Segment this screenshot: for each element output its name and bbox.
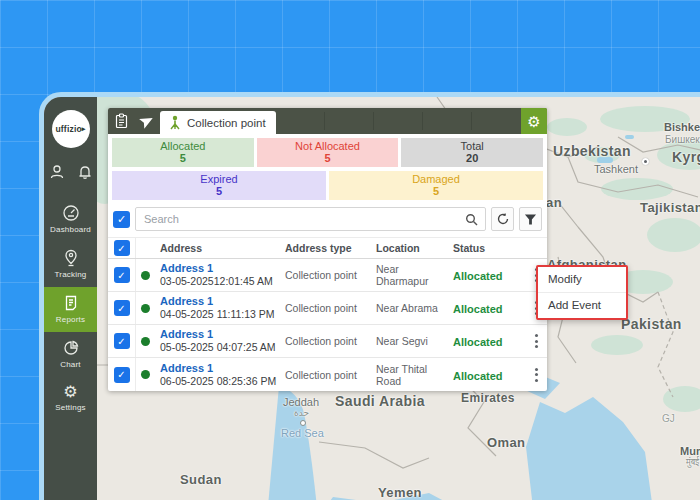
- panel-header: Collection point ⚙: [108, 108, 547, 134]
- table-header: ✓ Address Address type Location Status: [108, 237, 547, 259]
- sidebar-item-settings[interactable]: ⚙ Settings: [44, 377, 97, 420]
- location-cell: Near Dharmapur: [370, 263, 448, 287]
- menu-item-add-event[interactable]: Add Event: [538, 292, 626, 318]
- sidebar-item-dashboard[interactable]: Dashboard: [44, 197, 97, 242]
- row-menu-kebab-icon[interactable]: [532, 331, 541, 351]
- table-row: ✓ Address 1 06-05-2025 08:25:36 PM Colle…: [108, 358, 547, 391]
- map-label-district: GJ: [662, 413, 675, 424]
- sidebar-item-reports[interactable]: Reports: [44, 287, 97, 332]
- map-label-city: Bishkek: [664, 121, 700, 133]
- stat-total[interactable]: Total 20: [401, 138, 543, 167]
- tab-collection-point[interactable]: Collection point: [160, 111, 276, 134]
- address-link[interactable]: Address 1: [160, 262, 280, 275]
- map-label-city-native: Бишкек: [665, 134, 700, 145]
- location-cell: Near Abrama: [370, 302, 448, 314]
- search-icon[interactable]: [458, 213, 485, 226]
- map-label-country: Yemen: [378, 485, 422, 500]
- sidebar-item-label: Reports: [56, 315, 85, 324]
- sidebar-item-label: Tracking: [55, 270, 87, 279]
- table-row: ✓ Address 1 05-05-2025 04:07:25 AM Colle…: [108, 325, 547, 358]
- search-input[interactable]: [136, 213, 458, 225]
- row-checkbox[interactable]: ✓: [114, 367, 130, 383]
- column-header-address[interactable]: Address: [154, 242, 280, 254]
- filter-button[interactable]: [519, 207, 542, 231]
- address-type-cell: Collection point: [280, 302, 370, 314]
- user-icon[interactable]: [48, 163, 66, 181]
- sidebar-item-label: Settings: [55, 403, 86, 412]
- tracking-pin-icon: [62, 249, 80, 267]
- row-context-menu: Modify Add Event: [536, 265, 628, 320]
- address-link[interactable]: Address 1: [160, 295, 280, 308]
- address-type-cell: Collection point: [280, 335, 370, 347]
- row-menu-kebab-icon[interactable]: [532, 365, 541, 385]
- map-label-country: Uzbekistan: [553, 143, 631, 159]
- logo-arrow-icon: ▸: [82, 125, 86, 133]
- stat-allocated[interactable]: Allocated 5: [112, 138, 254, 167]
- report-list-tab[interactable]: [108, 108, 134, 134]
- navigate-tab[interactable]: [134, 108, 160, 134]
- refresh-icon: [496, 212, 510, 226]
- city-marker: [642, 158, 649, 165]
- select-all-checkbox-top[interactable]: ✓: [113, 211, 130, 228]
- sidebar-item-label: Dashboard: [50, 225, 91, 234]
- stat-value: 5: [112, 152, 254, 164]
- refresh-button[interactable]: [491, 207, 514, 231]
- address-type-cell: Collection point: [280, 369, 370, 381]
- status-dot: [141, 337, 150, 346]
- gear-icon: ⚙: [527, 114, 540, 129]
- column-header-location[interactable]: Location: [370, 242, 448, 254]
- row-checkbox[interactable]: ✓: [114, 267, 130, 283]
- status-badge: Allocated: [453, 336, 503, 348]
- map-label-city-native: حدة: [294, 408, 309, 418]
- tab-label: Collection point: [187, 117, 266, 129]
- column-header-address-type[interactable]: Address type: [280, 242, 370, 254]
- stat-not-allocated[interactable]: Not Allocated 5: [257, 138, 399, 167]
- map-label-country: Sudan: [180, 472, 222, 487]
- map-label-country: Emirates: [461, 391, 515, 405]
- app-window: uffizio▸ Dashboard: [39, 92, 700, 500]
- sidebar-item-chart[interactable]: Chart: [44, 332, 97, 377]
- address-datetime: 05-05-2025 04:07:25 AM: [160, 341, 280, 354]
- status-badge: Allocated: [453, 370, 503, 382]
- map-label-country: Saudi Arabia: [335, 393, 425, 409]
- uffizio-logo[interactable]: uffizio▸: [52, 110, 90, 148]
- stat-expired[interactable]: Expired 5: [112, 171, 326, 200]
- map-label-country: Pakistan: [621, 316, 682, 332]
- row-checkbox[interactable]: ✓: [114, 333, 130, 349]
- logo-text: uffizio: [55, 124, 81, 134]
- collection-point-marker-icon: [168, 115, 182, 130]
- address-link[interactable]: Address 1: [160, 328, 280, 341]
- reports-doc-icon: [62, 294, 80, 312]
- status-dot: [141, 271, 150, 280]
- sidebar: uffizio▸ Dashboard: [44, 97, 97, 500]
- stats-summary: Allocated 5 Not Allocated 5 Total 20 Exp…: [108, 134, 547, 200]
- status-badge: Allocated: [453, 270, 503, 282]
- dashboard-gauge-icon: [62, 204, 80, 222]
- notifications-bell-icon[interactable]: [76, 163, 94, 181]
- settings-gear-icon: ⚙: [63, 384, 77, 400]
- menu-item-modify[interactable]: Modify: [538, 267, 626, 292]
- address-link[interactable]: Address 1: [160, 362, 280, 375]
- map-label-city-native: मुंबई: [686, 457, 699, 468]
- stat-label: Not Allocated: [257, 140, 399, 152]
- stat-label: Damaged: [329, 173, 543, 185]
- stat-damaged[interactable]: Damaged 5: [329, 171, 543, 200]
- panel-settings-button[interactable]: ⚙: [521, 108, 547, 134]
- stat-value: 5: [329, 185, 543, 197]
- table-row: ✓ Address 1 04-05-2025 11:11:13 PM Colle…: [108, 292, 547, 325]
- sidebar-item-label: Chart: [60, 360, 81, 369]
- filter-funnel-icon: [524, 213, 537, 226]
- map-label-city: Mumbai: [680, 445, 700, 457]
- select-all-checkbox[interactable]: ✓: [114, 240, 130, 256]
- stat-value: 20: [401, 152, 543, 164]
- status-badge: Allocated: [453, 303, 503, 315]
- stat-label: Allocated: [112, 140, 254, 152]
- location-cell: Near Thital Road: [370, 363, 448, 387]
- clipboard-icon: [114, 113, 129, 129]
- search-row: ✓: [108, 200, 547, 237]
- pie-chart-icon: [62, 339, 80, 357]
- column-header-status[interactable]: Status: [448, 242, 525, 254]
- row-checkbox[interactable]: ✓: [114, 300, 130, 316]
- address-datetime: 03-05-202512:01:45 AM: [160, 275, 280, 288]
- sidebar-item-tracking[interactable]: Tracking: [44, 242, 97, 287]
